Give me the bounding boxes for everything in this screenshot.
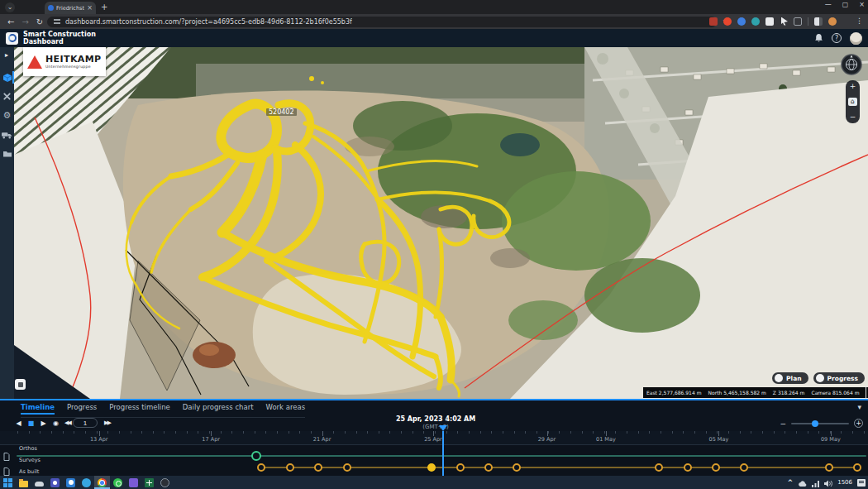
tab-timeline[interactable]: Timeline bbox=[21, 403, 55, 415]
ruler-tick bbox=[582, 431, 583, 434]
ruler-tick bbox=[74, 431, 74, 434]
plan-toggle[interactable]: Plan bbox=[772, 372, 808, 384]
survey-point-selected[interactable] bbox=[427, 463, 436, 472]
timeline-zoom-knob[interactable] bbox=[812, 420, 818, 427]
record-button[interactable]: ◉ bbox=[51, 419, 60, 428]
stop-button[interactable]: ■ bbox=[26, 419, 36, 428]
back-button[interactable]: ← bbox=[7, 17, 14, 26]
sidebar-tools-icon[interactable] bbox=[0, 89, 14, 103]
reload-button[interactable]: ↻ bbox=[36, 17, 43, 26]
survey-point[interactable] bbox=[684, 463, 692, 472]
ortho-layer-icon[interactable] bbox=[3, 448, 10, 464]
smart-construction-logo-icon[interactable] bbox=[6, 32, 18, 45]
taskbar-notes-icon[interactable] bbox=[126, 476, 141, 489]
tab-daily-progress-chart[interactable]: Daily progress chart bbox=[183, 403, 254, 415]
sidebar-expand-icon[interactable]: ▸ bbox=[5, 51, 14, 59]
profile-avatar-icon[interactable] bbox=[828, 17, 837, 26]
onedrive-tray-icon[interactable] bbox=[798, 475, 807, 489]
new-tab-button[interactable]: + bbox=[101, 3, 107, 12]
extension-orange-circle-icon[interactable] bbox=[723, 17, 732, 26]
map-viewport[interactable]: HEITKAMP Unternehmensgruppe 520402 + ⌂ −… bbox=[14, 47, 868, 399]
zoom-out-button[interactable]: − bbox=[850, 113, 856, 121]
progress-toggle[interactable]: Progress bbox=[813, 372, 865, 384]
page-input[interactable] bbox=[73, 418, 98, 428]
extension-outline-square-icon[interactable] bbox=[794, 17, 802, 26]
extensions-divider bbox=[808, 17, 808, 26]
window-close-button[interactable]: × bbox=[859, 1, 865, 8]
survey-point[interactable] bbox=[740, 463, 748, 472]
machine-label[interactable]: 520402 bbox=[266, 108, 297, 116]
taskbar-teams-icon[interactable] bbox=[47, 476, 63, 489]
survey-point[interactable] bbox=[257, 463, 265, 472]
timeline-zoom-in[interactable]: + bbox=[854, 419, 863, 428]
time-cursor-handle[interactable] bbox=[439, 425, 447, 431]
survey-point[interactable] bbox=[825, 463, 833, 472]
tab-progress-timeline[interactable]: Progress timeline bbox=[109, 403, 170, 415]
notifications-bell-icon[interactable] bbox=[814, 33, 823, 43]
timeline-ruler[interactable]: 13 Apr17 Apr21 Apr25 Apr29 Apr01 May05 M… bbox=[0, 431, 868, 445]
panel-collapse-icon[interactable]: ▾ bbox=[857, 403, 861, 411]
address-bar[interactable]: dashboard.smartconstruction.com/?project… bbox=[47, 17, 717, 27]
plan-toggle-knob bbox=[775, 374, 783, 382]
map-zoom-controls: + ⌂ − bbox=[846, 80, 860, 123]
extension-white-square-icon[interactable] bbox=[765, 17, 774, 26]
taskbar-excel-icon[interactable] bbox=[141, 476, 157, 489]
clock[interactable]: 1506 bbox=[837, 479, 852, 486]
taskbar-portal-icon[interactable] bbox=[157, 476, 173, 489]
sidebar-vehicles-icon[interactable] bbox=[0, 127, 14, 141]
taskbar-explorer-icon[interactable] bbox=[16, 476, 31, 489]
sidebar-model-cube-icon[interactable] bbox=[0, 70, 14, 84]
survey-point[interactable] bbox=[853, 463, 861, 472]
tab-close-icon[interactable]: × bbox=[87, 5, 93, 12]
sidebar-settings-icon[interactable]: ⚙ bbox=[0, 108, 14, 122]
hidden-icons-chevron[interactable]: ^ bbox=[787, 479, 793, 487]
survey-point[interactable] bbox=[343, 463, 351, 472]
survey-point[interactable] bbox=[484, 463, 493, 472]
tab-work-areas[interactable]: Work areas bbox=[266, 403, 306, 415]
map-legend-button[interactable] bbox=[15, 379, 26, 390]
site-aerial-view[interactable] bbox=[14, 47, 868, 399]
survey-point[interactable] bbox=[314, 463, 322, 472]
user-avatar[interactable] bbox=[850, 32, 862, 45]
browser-tab[interactable]: Friedrichsthal Ertüchtigung Be… × bbox=[45, 2, 96, 14]
extension-teal-circle-icon[interactable] bbox=[751, 17, 760, 26]
fast-forward-button[interactable]: ▶▶ bbox=[103, 419, 112, 428]
compass-control[interactable] bbox=[841, 54, 862, 75]
action-center-icon[interactable] bbox=[857, 479, 866, 487]
ortho-point[interactable] bbox=[251, 451, 261, 461]
survey-point[interactable] bbox=[712, 463, 720, 472]
network-tray-icon[interactable] bbox=[812, 475, 819, 489]
taskbar-skype-icon[interactable] bbox=[79, 476, 94, 489]
taskbar-cloud-icon[interactable] bbox=[31, 476, 47, 489]
site-settings-icon[interactable] bbox=[54, 19, 60, 24]
survey-point[interactable] bbox=[286, 463, 294, 472]
window-maximize-button[interactable]: ▢ bbox=[842, 1, 849, 8]
browser-menu-icon[interactable]: ⋮ bbox=[856, 17, 863, 25]
sidebar-files-icon[interactable] bbox=[0, 146, 14, 161]
zoom-in-button[interactable]: + bbox=[850, 83, 856, 90]
rewind-button[interactable]: ◀◀ bbox=[63, 419, 72, 428]
survey-point[interactable] bbox=[456, 463, 465, 472]
taskbar-outlook-icon[interactable] bbox=[63, 476, 79, 489]
play-button[interactable]: ▶ bbox=[39, 419, 48, 428]
ruler-tick bbox=[97, 431, 98, 434]
help-icon[interactable]: ? bbox=[832, 33, 842, 43]
timeline-zoom-out[interactable]: − bbox=[780, 419, 786, 428]
taskbar-chrome-icon[interactable] bbox=[94, 476, 110, 489]
tab-search-icon[interactable]: ⌄ bbox=[5, 2, 15, 12]
survey-point[interactable] bbox=[513, 463, 521, 472]
extension-blue-circle-icon[interactable] bbox=[737, 17, 746, 26]
tab-progress[interactable]: Progress bbox=[67, 403, 97, 415]
taskbar-whatsapp-icon[interactable] bbox=[110, 476, 126, 489]
taskbar-start-icon[interactable] bbox=[0, 476, 16, 489]
volume-tray-icon[interactable] bbox=[824, 475, 832, 489]
home-view-button[interactable]: ⌂ bbox=[848, 98, 857, 106]
timeline-zoom-slider[interactable] bbox=[791, 423, 849, 424]
step-back-button[interactable]: ◀ bbox=[14, 419, 23, 428]
forward-button[interactable]: → bbox=[21, 17, 28, 26]
extension-red-icon[interactable] bbox=[709, 17, 718, 26]
extension-white-pointer-icon[interactable] bbox=[780, 17, 788, 26]
survey-point[interactable] bbox=[655, 463, 663, 472]
window-minimize-button[interactable]: — bbox=[825, 1, 832, 8]
side-panel-icon[interactable] bbox=[814, 17, 823, 26]
